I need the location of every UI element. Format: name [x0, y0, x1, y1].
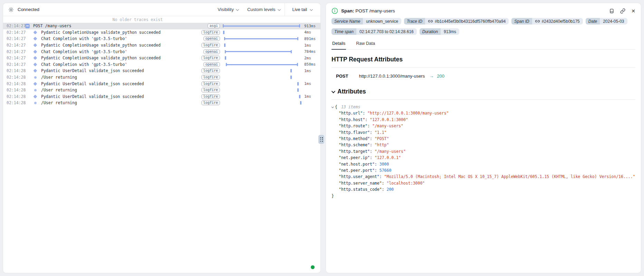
attribute-entry: "net.peer.port": 57660 [331, 167, 635, 174]
attribute-value: "/many-users" [372, 124, 403, 128]
span-bar [297, 88, 299, 92]
span-label: Span: [341, 8, 354, 13]
trace-row-time: 02:14:28 [3, 94, 23, 99]
trace-row[interactable]: 02:14:28 Pydantic UserDetail validate_js… [3, 93, 320, 100]
attribute-key: "http.host" [339, 117, 365, 122]
meta-badge-value: 2024-05-03 [600, 18, 627, 24]
live-tail-dropdown[interactable]: Live tail [285, 3, 320, 16]
span-bar [225, 56, 226, 60]
connection-status: Connected [18, 7, 39, 12]
close-icon[interactable]: ✕ [631, 9, 635, 13]
trace-row[interactable]: 02:14:27 Chat Completion with 'gpt-3.5-t… [3, 48, 320, 55]
request-method: POST [336, 73, 348, 79]
attribute-value: "http" [375, 142, 389, 147]
diamond-icon [33, 50, 37, 53]
span-title: Span: POST /many-users [341, 8, 395, 13]
attribute-entry: "net.host.port": 3000 [331, 161, 635, 167]
trace-row-label: Pydantic UserDetail validate_json succee… [41, 81, 203, 86]
trace-row-time: 02:14:28 [3, 68, 23, 73]
chevron-down-icon [278, 8, 280, 11]
trace-row[interactable]: 02:14:27 Chat Completion with 'gpt-3.5-t… [3, 61, 320, 68]
attribute-key: "net.peer.port" [339, 168, 375, 173]
trace-row-timeline [222, 29, 301, 36]
span-bar [300, 101, 301, 105]
attribute-value: 3000 [379, 162, 389, 167]
attribute-key: "http.flavor" [339, 130, 370, 135]
gear-icon[interactable] [8, 7, 14, 12]
attribute-entry: "http.target": "/many-users" [331, 148, 635, 155]
attribute-value: "1.1" [375, 130, 387, 135]
trace-row-timeline [222, 80, 301, 87]
trace-row[interactable]: 02:14:28 Pydantic UserDetail validate_js… [3, 80, 320, 87]
json-collapse-icon[interactable] [331, 106, 334, 108]
attributes-section-header[interactable]: Attributes [331, 88, 635, 100]
trace-row-time: 02:14:27 [3, 56, 23, 60]
panel-resize-handle[interactable] [318, 135, 324, 144]
collapse-minus-icon [25, 24, 30, 28]
trace-row-time: 02:14:27 [3, 23, 23, 28]
span-bar [225, 50, 292, 53]
trace-row[interactable]: 02:14:28 /User returning logfire [3, 74, 320, 81]
meta-badge-row-2: Time span 02:14:27.703 to 02:14:28.616 D… [331, 28, 635, 35]
scope-badge: logfire [201, 43, 220, 48]
trace-row-time: 02:14:28 [3, 88, 23, 92]
visibility-label: Visibility [218, 7, 234, 12]
json-entries: "http.url": "http://127.0.0.1:3000/many-… [331, 110, 635, 193]
circle-icon [34, 76, 37, 79]
meta-badge-value: #2432d40ef5b0b175 [532, 18, 583, 24]
span-bar [297, 82, 299, 86]
tab-details[interactable]: Details [331, 40, 346, 50]
meta-badge-date: Date 2024-05-03 [586, 18, 627, 24]
trace-row[interactable]: 02:14:28 /User returning logfire [3, 87, 320, 93]
scope-badge: logfire [201, 30, 220, 35]
request-status-code: 200 [437, 73, 444, 79]
attribute-entry: "http.server_name": "localhost:3000" [331, 180, 635, 186]
diamond-icon [33, 62, 37, 66]
visibility-dropdown[interactable]: Visibility [213, 3, 243, 16]
custom-levels-dropdown[interactable]: Custom levels [243, 3, 285, 16]
trace-row-label: /User returning [41, 75, 203, 80]
meta-badge-value: unknown_service [363, 18, 401, 24]
http-request-attributes-title: HTTP Request Attributes [331, 56, 635, 68]
trace-row-timeline [222, 55, 301, 61]
trace-row[interactable]: 02:14:27 Pydantic CompletionUsage valida… [3, 42, 320, 49]
meta-badges: Service Name unknown_service Trace ID #b… [331, 18, 635, 35]
trace-row-label: Pydantic CompletionUsage validate_python… [41, 56, 203, 60]
span-bar [223, 31, 224, 34]
diamond-icon [33, 82, 37, 86]
attribute-entry: "http.user_agent": "Mozilla/5.0 (Macinto… [331, 174, 635, 180]
close-brace: } [331, 193, 635, 199]
scope-badge: logfire [201, 100, 220, 105]
attribute-entry: "net.peer.ip": "127.0.0.1" [331, 155, 635, 161]
trace-row-timeline [222, 61, 301, 68]
trace-row[interactable]: 02:14:27 Pydantic CompletionUsage valida… [3, 29, 320, 36]
copy-link-icon[interactable] [620, 8, 625, 13]
meta-badge-span-id[interactable]: Span ID #2432d40ef5b0b175 [511, 18, 583, 24]
tab-raw-data[interactable]: Raw Data [355, 40, 376, 49]
trace-row-timeline [222, 23, 301, 29]
trace-row[interactable]: 02:14:28 /User returning logfire [3, 100, 320, 106]
custom-levels-label: Custom levels [247, 7, 276, 12]
trace-row-timeline [222, 36, 301, 42]
span-bar [224, 37, 298, 40]
trace-row-duration: 1ms [301, 94, 320, 99]
diamond-icon [33, 95, 37, 98]
attributes-title: Attributes [337, 88, 366, 95]
trace-row[interactable]: 02:14:28 Pydantic UserDetail validate_js… [3, 68, 320, 74]
attribute-entry: "http.url": "http://127.0.0.1:3000/many-… [331, 110, 635, 116]
meta-badge-label: Time span [331, 28, 356, 35]
scope-badge: openai [203, 62, 220, 67]
meta-badge-label: Service Name [331, 18, 363, 24]
trace-row[interactable]: 02:14:27 Chat Completion with 'gpt-3.5-t… [3, 36, 320, 42]
diamond-icon [33, 56, 37, 60]
panel-layout-icon[interactable] [609, 8, 614, 14]
trace-row[interactable]: 02:14:27 POST /many-users asgi 913ms [3, 23, 320, 29]
attribute-key: "http.status_code" [339, 187, 382, 192]
attribute-value: "POST" [375, 136, 389, 141]
span-bar [224, 43, 225, 47]
trace-row-duration: 891ms [301, 37, 320, 41]
detail-tabs: Details Raw Data [331, 40, 635, 50]
meta-badge-trace-id[interactable]: Trace ID #b1c445ef3b0b43116df5760ffb470a… [404, 18, 509, 24]
trace-row[interactable]: 02:14:27 Pydantic CompletionUsage valida… [3, 55, 320, 61]
diamond-icon [33, 43, 37, 47]
